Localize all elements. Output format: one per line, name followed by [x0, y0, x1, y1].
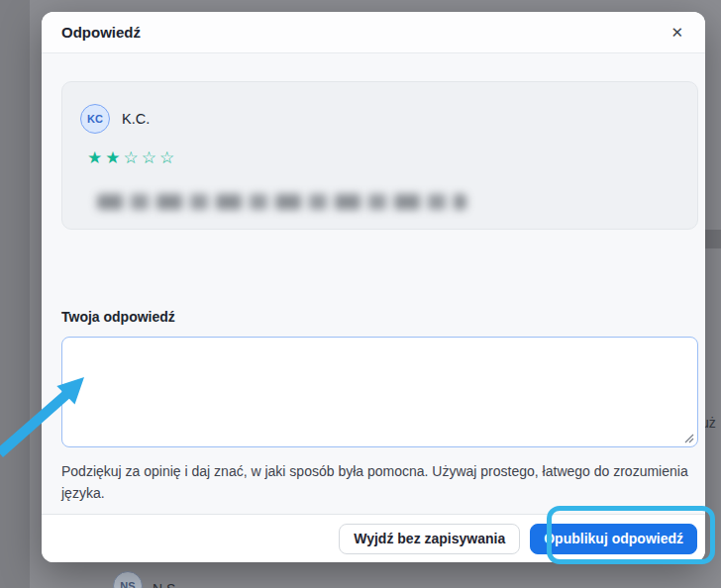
exit-without-saving-button[interactable]: Wyjdź bez zapisywania — [339, 524, 520, 554]
close-icon[interactable]: ✕ — [667, 21, 687, 44]
stars-filled: ★★ — [87, 148, 123, 167]
resize-handle-icon[interactable] — [683, 433, 694, 443]
publish-reply-button[interactable]: Opublikuj odpowiedź — [530, 524, 697, 554]
reply-textarea[interactable] — [61, 337, 698, 447]
dialog-header: Odpowiedź ✕ — [42, 12, 705, 53]
background-next-review-row: NS N.S. — [113, 571, 179, 588]
stars-empty: ☆☆☆ — [123, 148, 177, 167]
reply-textarea-wrap — [61, 337, 698, 447]
reply-helper-text: Podziękuj za opinię i daj znać, w jaki s… — [61, 461, 700, 504]
review-card: KC K.C. ★★☆☆☆ — [61, 81, 698, 230]
avatar: NS — [113, 571, 143, 588]
reviewer-name: N.S. — [153, 575, 179, 588]
background-dark-element — [704, 230, 721, 248]
reviewer-name: K.C. — [122, 111, 150, 127]
screenshot-root: { "overlay_background": { "fragment_righ… — [0, 0, 721, 588]
review-text-blurred — [97, 194, 466, 210]
review-user-row: KC K.C. — [80, 104, 150, 134]
reply-dialog: Odpowiedź ✕ KC K.C. ★★☆☆☆ Twoja odpowied… — [42, 12, 705, 562]
dialog-footer: Wyjdź bez zapisywania Opublikuj odpowied… — [42, 514, 705, 562]
star-rating: ★★☆☆☆ — [87, 149, 177, 166]
background-sidebar-strip — [0, 0, 30, 588]
avatar: KC — [80, 104, 110, 134]
dialog-title: Odpowiedź — [61, 24, 141, 41]
reply-label: Twoja odpowiedź — [61, 309, 175, 325]
